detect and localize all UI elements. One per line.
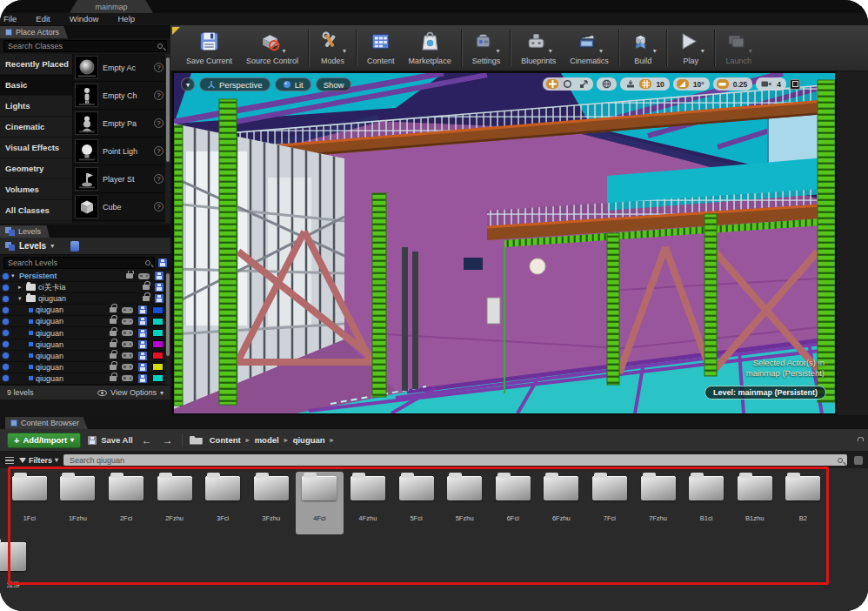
tab-place-actors[interactable]: Place Actors [0,26,68,38]
level-row[interactable]: qiuguan [0,316,170,327]
lock-icon[interactable] [110,331,117,336]
save-icon[interactable] [138,352,147,360]
cinematics-button[interactable]: ▾Cinematics [563,30,616,65]
view-options-button[interactable]: View Options ▾ [97,388,164,397]
folder-tile-B1zhu[interactable]: B1zhu [731,472,779,534]
folder-tile-2Fci[interactable]: 2Fci [102,472,150,534]
save-icon[interactable] [138,363,147,372]
lock-icon[interactable] [143,285,150,290]
maximize-viewport-icon[interactable] [790,79,800,90]
viewport-scene[interactable] [174,73,835,413]
level-row[interactable]: ▾qiuguan [0,293,170,305]
category-lights[interactable]: Lights [0,96,72,117]
save-icon[interactable] [155,294,164,303]
breadcrumb-Content[interactable]: Content [210,435,241,445]
scale-snap-value[interactable]: 0.25 [731,80,750,89]
filters-button[interactable]: Filters ▾ [19,456,58,465]
level-color-swatch[interactable] [152,374,164,382]
visibility-icon[interactable] [3,307,9,313]
launch-button[interactable]: ▾Launch [718,30,759,65]
camera-speed-value[interactable]: 4 [775,80,783,89]
back-arrow-button[interactable]: ← [140,434,154,446]
menu-item-window[interactable]: Window [60,13,109,25]
level-color-swatch[interactable] [152,329,164,337]
lock-icon[interactable] [110,319,117,324]
category-volumes[interactable]: Volumes [0,179,72,200]
tab-content-browser[interactable]: Content Browser [5,417,88,429]
actor-item-empty-ac[interactable]: Empty Ac? [73,54,170,82]
level-row[interactable]: ▾Persistent [0,271,170,282]
menu-item-edit[interactable]: Edit [26,13,59,25]
build-button[interactable]: ▾Build [623,30,664,65]
actor-item-player-st[interactable]: Player St? [73,165,170,193]
visibility-icon[interactable] [3,364,9,370]
modes-button[interactable]: ▾Modes [312,30,353,65]
save-current-button[interactable]: Save Current [179,30,239,65]
lock-icon[interactable] [110,307,117,312]
level-row[interactable]: qiuguan [0,339,170,351]
surface-snap-icon[interactable] [624,79,637,89]
level-row[interactable]: qiuguan [0,362,170,373]
play-button[interactable]: ▾Play [671,30,711,65]
level-color-swatch[interactable] [152,318,164,326]
save-icon[interactable] [138,317,147,326]
level-row[interactable]: ▸ci关卡ia [0,282,170,293]
sources-panel-icon[interactable] [5,457,14,464]
level-color-swatch[interactable] [152,363,164,371]
category-geometry[interactable]: Geometry [0,158,72,179]
lock-icon[interactable] [110,353,117,359]
actor-item-empty-pa[interactable]: Empty Pa? [73,110,170,138]
add-level-icon[interactable] [158,258,167,267]
level-color-swatch[interactable] [152,352,164,359]
visibility-icon[interactable] [3,285,9,291]
grid-snap-icon[interactable] [639,79,651,89]
folder-tile-1Fzhu[interactable]: 1Fzhu [54,472,103,534]
visibility-icon[interactable] [3,375,9,381]
gamepad-icon[interactable] [138,273,150,279]
save-icon[interactable] [138,306,147,314]
lock-icon[interactable] [110,342,117,347]
actor-item-empty-ch[interactable]: Empty Ch? [73,82,170,110]
expander-icon[interactable]: ▾ [11,272,19,279]
gamepad-icon[interactable] [122,352,133,359]
category-recently-placed[interactable]: Recently Placed [0,54,72,75]
view-settings-icon[interactable] [854,456,863,465]
save-icon[interactable] [155,283,164,292]
folder-tile-4Fci[interactable]: 4Fci [296,472,344,534]
save-icon[interactable] [138,329,147,338]
viewport-options-button[interactable]: ▾ [181,77,195,91]
folder-tile-B2[interactable]: B2 [779,472,828,534]
menu-item-help[interactable]: Help [108,13,144,25]
folder-tile-6Fci[interactable]: 6Fci [489,472,537,534]
folder-tile-3Fci[interactable]: 3Fci [198,472,247,534]
source-control-button[interactable]: ▾Source Control [239,30,305,65]
level-row[interactable]: qiuguan [0,351,170,362]
folder-tile-B1ci[interactable]: B1ci [682,472,731,534]
level-row[interactable]: qiuguan [0,373,170,385]
category-cinematic[interactable]: Cinematic [0,117,72,138]
gamepad-icon[interactable] [122,364,133,370]
folder-tile-5Fzhu[interactable]: 5Fzhu [440,472,489,534]
save-icon[interactable] [138,374,147,383]
scale-snap-icon[interactable] [717,79,729,89]
search-classes-input[interactable] [8,42,157,50]
save-icon[interactable] [138,340,147,349]
camera-icon[interactable] [759,79,772,89]
folder-tile-4Fzhu[interactable]: 4Fzhu [344,472,392,534]
search-assets-input[interactable] [68,455,838,466]
level-color-swatch[interactable] [152,340,164,348]
folder-tile-6Fzhu[interactable]: 6Fzhu [537,472,586,534]
folder-tile-1Fci[interactable]: 1Fci [5,472,54,534]
blueprints-button[interactable]: ▾Blueprints [514,30,563,65]
actor-item-cube[interactable]: Cube? [73,193,170,221]
folder-tile-7Fzhu[interactable]: 7Fzhu [634,472,683,534]
scale-tool-icon[interactable] [577,79,590,89]
blueprint-icon[interactable] [70,241,79,252]
category-visual-effects[interactable]: Visual Effects [0,138,72,158]
place-actors-scrollbar[interactable] [165,54,170,223]
current-level-badge[interactable]: Level: mainmap (Persistent) [704,386,826,400]
gamepad-icon[interactable] [122,341,133,347]
visibility-icon[interactable] [3,296,9,302]
rotate-tool-icon[interactable] [561,79,574,89]
move-tool-icon[interactable] [546,79,558,89]
